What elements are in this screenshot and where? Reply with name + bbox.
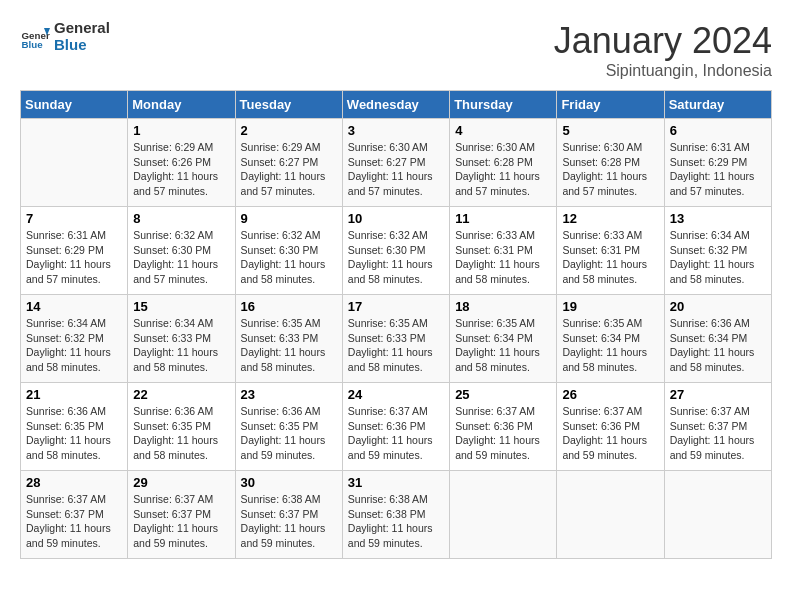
day-info: Sunrise: 6:35 AMSunset: 6:33 PMDaylight:…: [348, 316, 444, 375]
calendar-header-row: SundayMondayTuesdayWednesdayThursdayFrid…: [21, 91, 772, 119]
day-number: 31: [348, 475, 444, 490]
day-header-tuesday: Tuesday: [235, 91, 342, 119]
day-number: 21: [26, 387, 122, 402]
day-info: Sunrise: 6:30 AMSunset: 6:27 PMDaylight:…: [348, 140, 444, 199]
day-info: Sunrise: 6:35 AMSunset: 6:34 PMDaylight:…: [562, 316, 658, 375]
day-info: Sunrise: 6:37 AMSunset: 6:36 PMDaylight:…: [455, 404, 551, 463]
calendar-cell: 31Sunrise: 6:38 AMSunset: 6:38 PMDayligh…: [342, 471, 449, 559]
calendar-cell: 14Sunrise: 6:34 AMSunset: 6:32 PMDayligh…: [21, 295, 128, 383]
day-number: 9: [241, 211, 337, 226]
day-header-wednesday: Wednesday: [342, 91, 449, 119]
day-info: Sunrise: 6:37 AMSunset: 6:37 PMDaylight:…: [26, 492, 122, 551]
calendar-cell: 20Sunrise: 6:36 AMSunset: 6:34 PMDayligh…: [664, 295, 771, 383]
calendar-week-1: 1Sunrise: 6:29 AMSunset: 6:26 PMDaylight…: [21, 119, 772, 207]
calendar-cell: 2Sunrise: 6:29 AMSunset: 6:27 PMDaylight…: [235, 119, 342, 207]
calendar-cell: [664, 471, 771, 559]
day-info: Sunrise: 6:31 AMSunset: 6:29 PMDaylight:…: [26, 228, 122, 287]
day-number: 25: [455, 387, 551, 402]
day-info: Sunrise: 6:36 AMSunset: 6:35 PMDaylight:…: [26, 404, 122, 463]
day-info: Sunrise: 6:33 AMSunset: 6:31 PMDaylight:…: [455, 228, 551, 287]
calendar-cell: 22Sunrise: 6:36 AMSunset: 6:35 PMDayligh…: [128, 383, 235, 471]
calendar-cell: 26Sunrise: 6:37 AMSunset: 6:36 PMDayligh…: [557, 383, 664, 471]
day-number: 20: [670, 299, 766, 314]
day-number: 10: [348, 211, 444, 226]
day-info: Sunrise: 6:38 AMSunset: 6:37 PMDaylight:…: [241, 492, 337, 551]
calendar-cell: 25Sunrise: 6:37 AMSunset: 6:36 PMDayligh…: [450, 383, 557, 471]
day-number: 7: [26, 211, 122, 226]
calendar-cell: 15Sunrise: 6:34 AMSunset: 6:33 PMDayligh…: [128, 295, 235, 383]
calendar-table: SundayMondayTuesdayWednesdayThursdayFrid…: [20, 90, 772, 559]
day-number: 3: [348, 123, 444, 138]
day-info: Sunrise: 6:35 AMSunset: 6:34 PMDaylight:…: [455, 316, 551, 375]
day-info: Sunrise: 6:32 AMSunset: 6:30 PMDaylight:…: [241, 228, 337, 287]
calendar-cell: 19Sunrise: 6:35 AMSunset: 6:34 PMDayligh…: [557, 295, 664, 383]
calendar-cell: 7Sunrise: 6:31 AMSunset: 6:29 PMDaylight…: [21, 207, 128, 295]
svg-text:Blue: Blue: [22, 39, 44, 50]
day-number: 1: [133, 123, 229, 138]
day-number: 28: [26, 475, 122, 490]
day-header-monday: Monday: [128, 91, 235, 119]
day-number: 11: [455, 211, 551, 226]
logo: General Blue General Blue: [20, 20, 110, 53]
calendar-cell: 6Sunrise: 6:31 AMSunset: 6:29 PMDaylight…: [664, 119, 771, 207]
calendar-cell: 24Sunrise: 6:37 AMSunset: 6:36 PMDayligh…: [342, 383, 449, 471]
day-number: 12: [562, 211, 658, 226]
day-number: 23: [241, 387, 337, 402]
day-header-sunday: Sunday: [21, 91, 128, 119]
calendar-cell: 8Sunrise: 6:32 AMSunset: 6:30 PMDaylight…: [128, 207, 235, 295]
calendar-cell: 12Sunrise: 6:33 AMSunset: 6:31 PMDayligh…: [557, 207, 664, 295]
day-number: 13: [670, 211, 766, 226]
day-header-thursday: Thursday: [450, 91, 557, 119]
day-number: 27: [670, 387, 766, 402]
day-number: 4: [455, 123, 551, 138]
calendar-cell: 27Sunrise: 6:37 AMSunset: 6:37 PMDayligh…: [664, 383, 771, 471]
day-number: 14: [26, 299, 122, 314]
day-number: 30: [241, 475, 337, 490]
day-info: Sunrise: 6:37 AMSunset: 6:36 PMDaylight:…: [562, 404, 658, 463]
day-number: 16: [241, 299, 337, 314]
calendar-cell: 21Sunrise: 6:36 AMSunset: 6:35 PMDayligh…: [21, 383, 128, 471]
day-number: 2: [241, 123, 337, 138]
day-info: Sunrise: 6:36 AMSunset: 6:34 PMDaylight:…: [670, 316, 766, 375]
day-number: 19: [562, 299, 658, 314]
calendar-cell: [21, 119, 128, 207]
day-header-saturday: Saturday: [664, 91, 771, 119]
day-number: 18: [455, 299, 551, 314]
calendar-cell: 29Sunrise: 6:37 AMSunset: 6:37 PMDayligh…: [128, 471, 235, 559]
logo-general: General: [54, 20, 110, 37]
calendar-cell: 4Sunrise: 6:30 AMSunset: 6:28 PMDaylight…: [450, 119, 557, 207]
day-number: 17: [348, 299, 444, 314]
day-info: Sunrise: 6:37 AMSunset: 6:36 PMDaylight:…: [348, 404, 444, 463]
calendar-cell: 18Sunrise: 6:35 AMSunset: 6:34 PMDayligh…: [450, 295, 557, 383]
calendar-week-5: 28Sunrise: 6:37 AMSunset: 6:37 PMDayligh…: [21, 471, 772, 559]
day-number: 6: [670, 123, 766, 138]
day-number: 5: [562, 123, 658, 138]
calendar-cell: 3Sunrise: 6:30 AMSunset: 6:27 PMDaylight…: [342, 119, 449, 207]
calendar-cell: 10Sunrise: 6:32 AMSunset: 6:30 PMDayligh…: [342, 207, 449, 295]
day-number: 8: [133, 211, 229, 226]
calendar-cell: [557, 471, 664, 559]
calendar-cell: 1Sunrise: 6:29 AMSunset: 6:26 PMDaylight…: [128, 119, 235, 207]
calendar-cell: [450, 471, 557, 559]
day-info: Sunrise: 6:32 AMSunset: 6:30 PMDaylight:…: [348, 228, 444, 287]
day-number: 15: [133, 299, 229, 314]
calendar-week-4: 21Sunrise: 6:36 AMSunset: 6:35 PMDayligh…: [21, 383, 772, 471]
day-info: Sunrise: 6:29 AMSunset: 6:27 PMDaylight:…: [241, 140, 337, 199]
day-info: Sunrise: 6:35 AMSunset: 6:33 PMDaylight:…: [241, 316, 337, 375]
day-info: Sunrise: 6:37 AMSunset: 6:37 PMDaylight:…: [670, 404, 766, 463]
day-info: Sunrise: 6:29 AMSunset: 6:26 PMDaylight:…: [133, 140, 229, 199]
day-info: Sunrise: 6:34 AMSunset: 6:32 PMDaylight:…: [26, 316, 122, 375]
calendar-cell: 5Sunrise: 6:30 AMSunset: 6:28 PMDaylight…: [557, 119, 664, 207]
day-info: Sunrise: 6:36 AMSunset: 6:35 PMDaylight:…: [241, 404, 337, 463]
day-info: Sunrise: 6:31 AMSunset: 6:29 PMDaylight:…: [670, 140, 766, 199]
day-number: 29: [133, 475, 229, 490]
calendar-cell: 16Sunrise: 6:35 AMSunset: 6:33 PMDayligh…: [235, 295, 342, 383]
day-header-friday: Friday: [557, 91, 664, 119]
logo-icon: General Blue: [20, 22, 50, 52]
day-info: Sunrise: 6:36 AMSunset: 6:35 PMDaylight:…: [133, 404, 229, 463]
calendar-cell: 11Sunrise: 6:33 AMSunset: 6:31 PMDayligh…: [450, 207, 557, 295]
calendar-week-3: 14Sunrise: 6:34 AMSunset: 6:32 PMDayligh…: [21, 295, 772, 383]
calendar-cell: 23Sunrise: 6:36 AMSunset: 6:35 PMDayligh…: [235, 383, 342, 471]
logo-blue: Blue: [54, 37, 110, 54]
day-info: Sunrise: 6:38 AMSunset: 6:38 PMDaylight:…: [348, 492, 444, 551]
